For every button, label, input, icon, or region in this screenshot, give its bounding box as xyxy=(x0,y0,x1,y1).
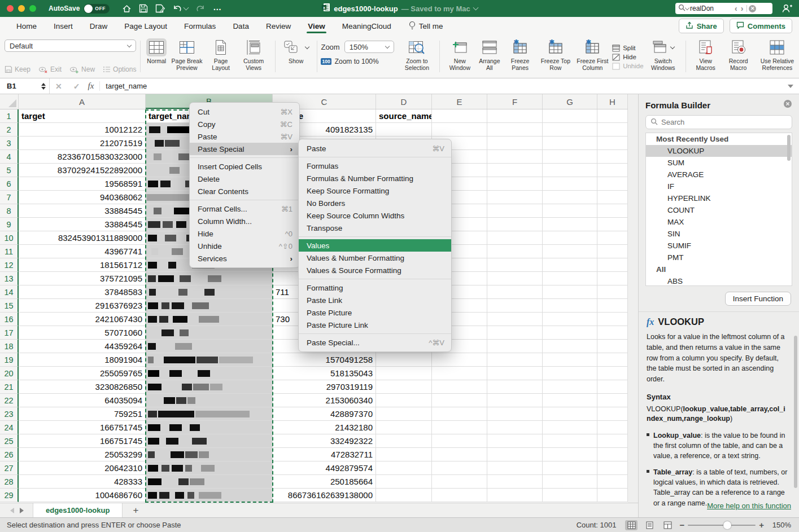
grid-cell-H12[interactable] xyxy=(597,258,628,272)
undo-icon[interactable] xyxy=(172,4,188,14)
grid-cell-G2[interactable] xyxy=(543,123,597,137)
grid-cell-D22[interactable] xyxy=(376,394,432,407)
grid-cell-G23[interactable] xyxy=(543,407,597,421)
grid-cell-A20[interactable]: 255059765 xyxy=(19,367,146,380)
grid-cell-H28[interactable] xyxy=(597,475,628,489)
row-header-14[interactable]: 14 xyxy=(0,285,19,299)
grid-cell-F24[interactable] xyxy=(487,421,543,434)
new-window-button[interactable]: New Window xyxy=(444,37,476,77)
grid-cell-A4[interactable]: 823367015830323000 xyxy=(19,150,146,164)
submenu-item-keep-source-formatting[interactable]: Keep Source Formatting xyxy=(299,184,451,197)
grid-cell-A17[interactable]: 57071060 xyxy=(19,326,146,340)
formula-bar-value[interactable]: target_name xyxy=(100,82,147,90)
tab-draw[interactable]: Draw xyxy=(90,17,108,35)
prev-sheet-icon[interactable] xyxy=(10,508,14,513)
zoom-slider[interactable]: − + xyxy=(679,520,764,530)
confirm-entry-icon[interactable]: ✓ xyxy=(68,82,86,91)
grid-cell-D2[interactable] xyxy=(376,123,432,137)
autosave-toggle[interactable]: OFF xyxy=(84,4,110,14)
row-header-8[interactable]: 8 xyxy=(0,204,19,218)
function-item-vlookup[interactable]: VLOOKUP xyxy=(646,145,792,157)
zoom-out-icon[interactable]: − xyxy=(679,520,684,530)
grid-cell-H15[interactable] xyxy=(597,299,628,313)
grid-cell-H1[interactable] xyxy=(597,109,628,123)
submenu-item-paste-link[interactable]: Paste Link xyxy=(299,294,451,306)
row-header-16[interactable]: 16 xyxy=(0,313,19,326)
submenu-item-no-borders[interactable]: No Borders xyxy=(299,197,451,209)
name-box-stepper[interactable] xyxy=(41,83,46,90)
grid-cell-F2[interactable] xyxy=(487,123,543,137)
submenu-item-values[interactable]: Values xyxy=(299,239,451,252)
grid-cell-B13[interactable] xyxy=(146,272,273,285)
grid-cell-G14[interactable] xyxy=(543,285,597,299)
next-sheet-icon[interactable] xyxy=(20,508,24,513)
fullscreen-window-button[interactable] xyxy=(29,5,36,12)
grid-cell-H7[interactable] xyxy=(597,191,628,204)
freeze-panes-button[interactable]: ✱ Freeze Panes xyxy=(503,37,537,77)
submenu-item-paste-picture[interactable]: Paste Picture xyxy=(299,306,451,319)
grid-cell-B28[interactable] xyxy=(146,475,273,489)
grid-cell-B18[interactable] xyxy=(146,340,273,353)
menu-item-clear-contents[interactable]: Clear Contents xyxy=(190,185,299,197)
grid-cell-G10[interactable] xyxy=(543,231,597,245)
grid-cell-F7[interactable] xyxy=(487,191,543,204)
grid-cell-E25[interactable] xyxy=(432,434,487,448)
submenu-item-formulas-number-formatting[interactable]: Formulas & Number Formatting xyxy=(299,172,451,184)
grid-cell-C20[interactable]: 518135043 xyxy=(273,367,376,380)
zoom-to-selection-button[interactable]: Zoom to Selection xyxy=(399,37,436,77)
grid-cell-G1[interactable] xyxy=(543,109,597,123)
grid-cell-E1[interactable] xyxy=(432,109,487,123)
show-button[interactable]: Show xyxy=(280,37,313,77)
menu-item-column-width[interactable]: Column Width... xyxy=(190,215,299,227)
grid-cell-G26[interactable] xyxy=(543,448,597,461)
grid-cell-G21[interactable] xyxy=(543,380,597,394)
hide-button[interactable]: Hide xyxy=(612,54,643,61)
grid-cell-C27[interactable]: 4492879574 xyxy=(273,461,376,475)
grid-cell-F26[interactable] xyxy=(487,448,543,461)
menu-item-format-cells[interactable]: Format Cells...⌘1 xyxy=(190,203,299,215)
grid-cell-E19[interactable] xyxy=(432,353,487,367)
grid-cell-F14[interactable] xyxy=(487,285,543,299)
grid-cell-G5[interactable] xyxy=(543,164,597,177)
grid-cell-C26[interactable]: 472832711 xyxy=(273,448,376,461)
grid-cell-A29[interactable]: 1004686760 xyxy=(19,489,146,502)
grid-cell-F15[interactable] xyxy=(487,299,543,313)
grid-cell-G17[interactable] xyxy=(543,326,597,340)
function-item-abs[interactable]: ABS xyxy=(646,275,792,286)
grid-cell-G11[interactable] xyxy=(543,245,597,258)
row-header-18[interactable]: 18 xyxy=(0,340,19,353)
grid-cell-A24[interactable]: 166751745 xyxy=(19,421,146,434)
grid-cell-B21[interactable] xyxy=(146,380,273,394)
undo-dropdown-icon[interactable] xyxy=(184,5,189,11)
zoom-level-dropdown[interactable]: 150% xyxy=(344,41,394,53)
close-panel-icon[interactable] xyxy=(783,99,792,111)
grid-cell-A19[interactable]: 18091904 xyxy=(19,353,146,367)
page-layout-toggle-icon[interactable] xyxy=(643,520,656,530)
submenu-item-values-number-formatting[interactable]: Values & Number Formatting xyxy=(299,252,451,264)
grid-cell-A1[interactable]: target xyxy=(19,109,146,123)
grid-cell-A18[interactable]: 44359264 xyxy=(19,340,146,353)
grid-cell-E26[interactable] xyxy=(432,448,487,461)
grid-cell-B17[interactable] xyxy=(146,326,273,340)
grid-cell-F13[interactable] xyxy=(487,272,543,285)
grid-cell-H23[interactable] xyxy=(597,407,628,421)
page-break-toggle-icon[interactable] xyxy=(661,520,674,530)
row-header-21[interactable]: 21 xyxy=(0,380,19,394)
more-commands-icon[interactable]: … xyxy=(213,2,222,12)
row-header-15[interactable]: 15 xyxy=(0,299,19,313)
grid-cell-A6[interactable]: 19568591 xyxy=(19,177,146,191)
grid-cell-E24[interactable] xyxy=(432,421,487,434)
menu-item-paste-special[interactable]: Paste Special› xyxy=(190,143,299,155)
grid-cell-H14[interactable] xyxy=(597,285,628,299)
grid-cell-H16[interactable] xyxy=(597,313,628,326)
submenu-item-values-source-formatting[interactable]: Values & Source Formatting xyxy=(299,264,451,276)
grid-cell-G7[interactable] xyxy=(543,191,597,204)
grid-cell-C21[interactable]: 2970319119 xyxy=(273,380,376,394)
grid-cell-A3[interactable]: 212071519 xyxy=(19,137,146,150)
grid-cell-H25[interactable] xyxy=(597,434,628,448)
grid-cell-E21[interactable] xyxy=(432,380,487,394)
row-header-12[interactable]: 12 xyxy=(0,258,19,272)
grid-cell-G19[interactable] xyxy=(543,353,597,367)
share-button[interactable]: Share xyxy=(679,19,724,33)
column-header-D[interactable]: D xyxy=(376,94,432,109)
